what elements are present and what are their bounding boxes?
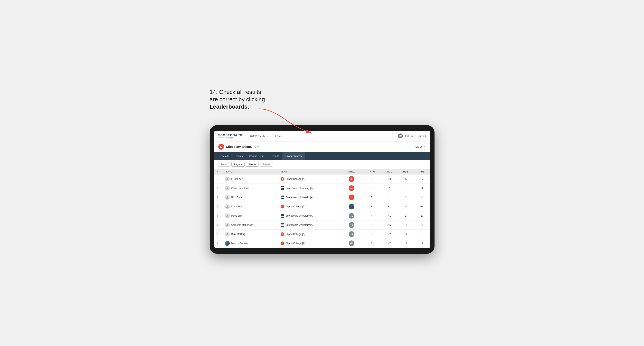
team-name: Scoreboard University [A] xyxy=(286,187,313,190)
subnav-results[interactable]: Results xyxy=(268,152,282,160)
cell-team: CClippd College [A] xyxy=(278,239,341,248)
col-rd2: RD2 xyxy=(398,169,414,174)
player-avatar xyxy=(225,222,230,227)
filter-teams[interactable]: Teams xyxy=(218,162,230,167)
cell-player: Cameron Robertson xyxy=(222,220,278,229)
cell-rd1: -5 xyxy=(381,183,398,193)
team-name: Clippd College [A] xyxy=(286,205,305,208)
team-logo-s xyxy=(280,186,284,190)
table-row: 8Marcus TurnersCClippd College [A]+11F+2… xyxy=(214,239,430,248)
cell-rank: 7 xyxy=(214,229,222,239)
team-logo-c: C xyxy=(280,205,284,208)
player-name: Elliot Ebert xyxy=(231,177,243,180)
cell-thru: F xyxy=(362,220,381,229)
score-badge: E xyxy=(349,204,354,209)
cell-team: Scoreboard University [A] xyxy=(278,183,341,193)
logo-sub: Powered by clippd xyxy=(218,137,242,139)
filter-players[interactable]: Players xyxy=(231,162,245,167)
subnav-teams[interactable]: Teams xyxy=(232,152,246,160)
cell-rd2: -2 xyxy=(398,193,414,202)
col-rd3: RD3 xyxy=(414,169,430,174)
instruction-line1: 14. Check all results xyxy=(210,89,261,95)
nav-right: TU Test User | Sign out xyxy=(398,134,426,138)
instruction-line2: are correct by clicking xyxy=(210,96,265,102)
cell-rd1: +1 xyxy=(381,202,398,211)
team-logo-c: C xyxy=(280,177,284,181)
instruction-text: 14. Check all results are correct by cli… xyxy=(210,88,265,111)
player-name: Cameron Robertson xyxy=(231,223,254,226)
table-row: 5Rees BrittScoreboard University [A]+1F+… xyxy=(214,211,430,220)
col-rank: # xyxy=(214,169,222,174)
team-logo-s xyxy=(280,223,284,227)
nav-tournaments[interactable]: TOURNAMENTS xyxy=(248,134,268,138)
subnav-course-setup[interactable]: Course Setup xyxy=(246,152,268,160)
team-name: Clippd College [A] xyxy=(286,177,305,180)
score-badge: -8 xyxy=(349,176,354,182)
table-row: 4David FordCClippd College [A]EF+1-4+3 xyxy=(214,202,430,211)
table-row: 2Chris RobertsonScoreboard University [A… xyxy=(214,183,430,193)
cell-rd1: +1 xyxy=(381,211,398,220)
table-row: 6Cameron RobertsonScoreboard University … xyxy=(214,220,430,229)
cell-total: +1 xyxy=(341,211,362,220)
score-badge: +11 xyxy=(349,240,354,246)
team-name: Scoreboard University [A] xyxy=(286,223,313,226)
team-logo-s xyxy=(280,214,284,218)
player-name: David Ford xyxy=(231,205,244,208)
cell-thru: F xyxy=(362,183,381,193)
cell-thru: F xyxy=(362,174,381,184)
score-badge: -4 xyxy=(349,185,354,191)
player-avatar xyxy=(225,176,230,181)
player-avatar xyxy=(225,186,230,191)
nav-teams[interactable]: TEAMS xyxy=(274,134,282,138)
logo-area: SCOREBOARD Powered by clippd xyxy=(218,133,242,139)
tournament-name: Clippd Invitational xyxy=(226,145,252,148)
cell-rd2: +1 xyxy=(398,229,414,239)
cell-total: +6 xyxy=(341,220,362,229)
cell-total: -4 xyxy=(341,183,362,193)
leaderboard-table: # PLAYER TEAM TOTAL THRU RD1 RD2 RD3 1El… xyxy=(214,169,430,248)
cell-rd3: +3 xyxy=(414,202,430,211)
cell-rank: 6 xyxy=(214,220,222,229)
table-row: 1Elliot EbertCClippd College [A]-8F+3-6-… xyxy=(214,174,430,184)
team-name: Clippd College [A] xyxy=(286,233,305,236)
cell-rd2: +5 xyxy=(398,183,414,193)
table-row: 3Rich ButlerScoreboard University [A]-2F… xyxy=(214,193,430,202)
player-name: Blair McHarg xyxy=(231,233,246,236)
filter-strokes[interactable]: Strokes xyxy=(260,162,273,167)
top-nav: SCOREBOARD Powered by clippd TOURNAMENTS… xyxy=(214,131,430,142)
cell-rank: 8 xyxy=(214,239,222,248)
subnav-details[interactable]: Details xyxy=(218,152,232,160)
cancel-button[interactable]: Cancel ✕ xyxy=(416,145,426,148)
player-name: Chris Robertson xyxy=(231,187,249,190)
score-badge: +1 xyxy=(349,213,354,219)
cell-total: -8 xyxy=(341,174,362,184)
signout-link[interactable]: Sign out xyxy=(418,135,426,137)
player-avatar xyxy=(225,213,230,218)
player-avatar xyxy=(225,232,230,237)
nav-links: TOURNAMENTS TEAMS xyxy=(248,134,398,138)
cell-rd2: -6 xyxy=(398,174,414,184)
cell-rank: 4 xyxy=(214,202,222,211)
filter-bar: Teams Players Scores Strokes xyxy=(214,160,430,169)
table-header-row: # PLAYER TEAM TOTAL THRU RD1 RD2 RD3 xyxy=(214,169,430,174)
cell-team: CClippd College [A] xyxy=(278,229,341,239)
cell-rd3: -4 xyxy=(414,183,430,193)
leaderboard-table-container: # PLAYER TEAM TOTAL THRU RD1 RD2 RD3 1El… xyxy=(214,169,430,248)
cell-thru: F xyxy=(362,229,381,239)
cell-player: Rees Britt xyxy=(222,211,278,220)
cell-rd2: -4 xyxy=(398,202,414,211)
cell-rd1: +2 xyxy=(381,229,398,239)
subnav-leaderboards[interactable]: Leaderboards xyxy=(282,152,305,160)
tournament-logo: C xyxy=(218,144,224,150)
cell-team: CClippd College [A] xyxy=(278,202,341,211)
cell-team: CClippd College [A] xyxy=(278,174,341,184)
cell-player: Chris Robertson xyxy=(222,183,278,193)
cell-rd2: +2 xyxy=(398,220,414,229)
cell-thru: F xyxy=(362,239,381,248)
tablet-screen: SCOREBOARD Powered by clippd TOURNAMENTS… xyxy=(214,131,430,248)
cell-total: E xyxy=(341,202,362,211)
table-body: 1Elliot EbertCClippd College [A]-8F+3-6-… xyxy=(214,174,430,248)
cell-rd3: -1 xyxy=(414,220,430,229)
filter-scores[interactable]: Scores xyxy=(246,162,259,167)
score-badge: +6 xyxy=(349,222,354,228)
